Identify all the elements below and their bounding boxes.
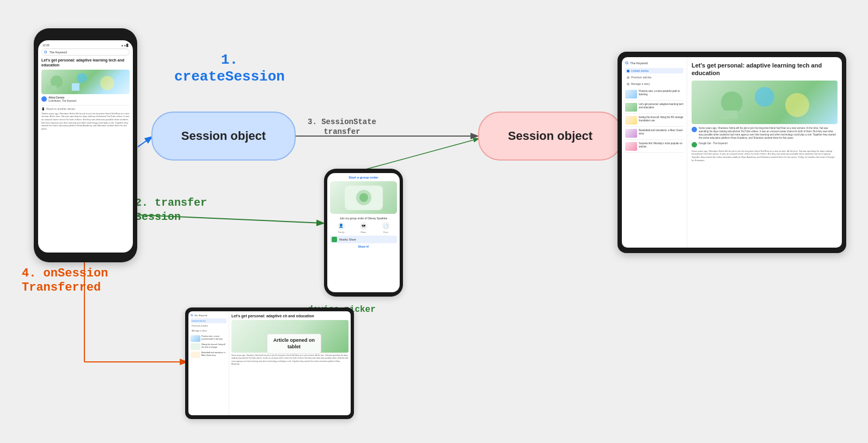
label-on-session-transferred: 4. onSession Transferred <box>22 267 108 296</box>
tablet-logo: G The Keyword <box>625 60 683 65</box>
svg-point-8 <box>100 76 114 90</box>
tb-article-3: Basketball and transitions: a Marc Gasol… <box>191 352 227 358</box>
tb-google-g: G <box>191 313 193 317</box>
tc-text-2: Google Sal - The Keyword <box>699 142 728 147</box>
tb-logo: G The Keyword <box>191 313 227 317</box>
article-preview-4[interactable]: Basketball and transitions: a Marc Gasol… <box>625 129 683 140</box>
nav-dot <box>627 70 629 72</box>
device-icon-small: 📱 <box>41 107 45 110</box>
nav-dot <box>627 76 629 79</box>
nav-item-limited[interactable]: Limited stories <box>625 68 683 73</box>
tablet-comment-2: Google Sal - The Keyword <box>692 142 838 147</box>
tb-nav-3[interactable]: Manage a story <box>191 328 227 333</box>
share-button[interactable]: Share it! <box>330 245 397 248</box>
tablet-right: G The Keyword Limited stories Premium ar… <box>618 52 846 253</box>
phone-center: Start a group order Join my group order … <box>324 169 403 297</box>
tb-main-title: Let's get personal: adaptive ch and educ… <box>231 313 349 318</box>
phone-center-screen: Start a group order Join my group order … <box>327 173 400 292</box>
svg-point-13 <box>785 93 809 117</box>
preview-img-5 <box>625 142 637 151</box>
google-bar-text: The Keyword <box>49 51 66 54</box>
chip-icon-2: 🗺 <box>360 222 368 230</box>
article-preview-5[interactable]: Surprise link: Monday's most popular on … <box>625 142 683 153</box>
diagram-container: 1. createSession Session object 3. Sessi… <box>0 0 868 443</box>
label-transfer-session: 2. transfer Session <box>135 196 207 224</box>
device-list-item-1[interactable]: Nearby Share <box>330 236 397 243</box>
chip-label-2: Maps <box>361 231 366 233</box>
preview-img-1 <box>625 90 637 99</box>
tc-avatar-1 <box>692 127 697 132</box>
chip-icon-1: 👤 <box>338 222 345 230</box>
step1-number: 1. <box>221 52 238 68</box>
nav-item-manage[interactable]: Manage a story <box>625 81 683 87</box>
chip-label-1: Family <box>338 231 345 233</box>
tc-avatar-2 <box>692 142 697 147</box>
tablet-site-name: The Keyword <box>630 61 647 65</box>
tb-art-img-1 <box>191 335 200 342</box>
tablet-comment-1: Some years ago, Shantanu Sinha left his … <box>692 127 838 140</box>
preview-img-4 <box>625 129 637 138</box>
tablet-sidebar: G The Keyword Limited stories Premium ar… <box>622 57 687 248</box>
article-preview-2[interactable]: Let's get personal: adaptive learning te… <box>625 103 683 114</box>
preview-img-2 <box>625 103 637 112</box>
status-bar: 12:00 ▲▲▉ <box>41 44 130 47</box>
svg-line-0 <box>138 137 151 147</box>
article-opened-label: Article opened on tablet <box>267 334 321 354</box>
join-text: Join my group order of Disney Sparkles <box>330 217 397 220</box>
tb-art-img-3 <box>191 352 200 358</box>
svg-rect-14 <box>721 110 737 119</box>
article-title-phone: Let's get personal: adaptive learning te… <box>41 58 130 67</box>
google-g-icon: G <box>44 50 47 54</box>
svg-point-11 <box>721 91 743 113</box>
phone-notch <box>69 34 102 38</box>
chip-label-3: Docs <box>383 231 388 233</box>
label-session-state-transfer: 3. SessionState transfer <box>308 117 376 137</box>
article-preview-1[interactable]: Practice sets: a more powerful path to l… <box>625 90 683 101</box>
phone-left-screen: 12:00 ▲▲▉ G The Keyword Let's get person… <box>38 40 133 253</box>
device-row: 👤 Family 🗺 Maps 📄 Docs <box>330 222 397 233</box>
tb-nav-2[interactable]: Premium articles <box>191 323 227 328</box>
svg-rect-10 <box>72 83 80 91</box>
status-icons: ▲▲▉ <box>121 44 129 47</box>
preview-text-2: Let's get personal: adaptive learning te… <box>639 103 683 112</box>
tablet-main-title: Let's get personal: adaptive learning te… <box>692 61 838 77</box>
chip-icon-3: 📄 <box>382 222 390 230</box>
device-icon-1 <box>332 237 337 242</box>
phone-center-frame: Start a group order Join my group order … <box>324 169 403 297</box>
article-footer-text: Some years ago, Shantanu Sinha left his … <box>692 150 838 162</box>
device-chip-3[interactable]: 📄 Docs <box>382 222 390 233</box>
preview-text-3: Eating the broccoli: fixing the 5% stran… <box>639 116 683 125</box>
tablet-bottom: G The Keyword Limited stories Premium ar… <box>185 307 354 419</box>
preview-text-4: Basketball and transitions: a Marc Gasol… <box>639 129 683 138</box>
commenter-avatar <box>41 96 47 102</box>
svg-point-12 <box>755 87 774 107</box>
tc-text-1: Some years ago, Shantanu Sinha left his … <box>699 127 838 140</box>
tb-art-text-3: Basketball and transitions: a Marc Gasol… <box>201 352 227 358</box>
article-image-phone <box>41 70 130 94</box>
tablet-right-screen: G The Keyword Limited stories Premium ar… <box>622 57 842 248</box>
preview-text-1: Practice sets: a more powerful path to l… <box>639 90 683 99</box>
phone-comment: Alicia Correia Contributor, The Keyword <box>41 96 130 103</box>
tb-main: Let's get personal: adaptive ch and educ… <box>229 311 351 415</box>
tablet-bottom-screen: G The Keyword Limited stories Premium ar… <box>188 311 351 415</box>
google-search-bar[interactable]: G The Keyword <box>41 48 130 56</box>
article-preview-3[interactable]: Eating the broccoli: fixing the 5% stran… <box>625 116 683 127</box>
device-chip-1[interactable]: 👤 Family <box>338 222 345 233</box>
status-time: 12:00 <box>42 44 50 47</box>
step1-method: createSession <box>174 69 285 85</box>
nav-item-premium[interactable]: Premium articles <box>625 75 683 80</box>
nearby-share-image <box>330 181 397 214</box>
tb-article-2: Rating the broccoli: fixing all the best… <box>191 343 227 350</box>
tablet-comment-section: Some years ago, Shantanu Sinha left his … <box>692 127 838 162</box>
phone-left-frame: 12:00 ▲▲▉ G The Keyword Let's get person… <box>34 28 137 262</box>
read-on-device[interactable]: 📱 Read on another device <box>41 105 130 110</box>
svg-line-3 <box>364 139 478 170</box>
device-chip-2[interactable]: 🗺 Maps <box>360 222 368 233</box>
tb-article-list: Practice sets: a more powerful path to l… <box>191 335 227 358</box>
nav-dot <box>627 83 629 85</box>
svg-point-7 <box>77 73 87 83</box>
tb-nav-1[interactable]: Limited stories <box>191 318 227 323</box>
tablet-main-image <box>692 81 838 124</box>
phone-left: 12:00 ▲▲▉ G The Keyword Let's get person… <box>34 28 137 262</box>
session-object-left: Session object <box>151 112 296 161</box>
